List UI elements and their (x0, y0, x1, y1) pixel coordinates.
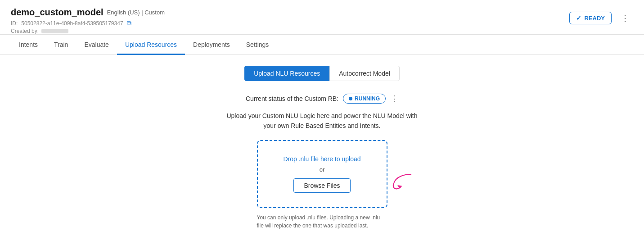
status-text: RUNNING (355, 95, 380, 102)
id-value: 50502822-a11e-409b-8af4-539505179347 (21, 20, 123, 27)
ready-label: READY (584, 15, 605, 22)
created-by-placeholder (41, 29, 68, 33)
status-more-button[interactable]: ⋮ (390, 94, 398, 104)
drop-or-text: or (320, 166, 325, 173)
sub-tab-autocorrect[interactable]: Autocorrect Model (329, 66, 400, 81)
file-note: You can only upload .nlu files. Uploadin… (257, 213, 387, 230)
drop-text: Drop .nlu file here to upload (284, 155, 361, 163)
status-badge: RUNNING (343, 94, 386, 104)
sub-tabs: Upload NLU ResourcesAutocorrect Model (244, 66, 400, 81)
drop-zone[interactable]: Drop .nlu file here to upload or Browse … (257, 140, 387, 208)
browse-files-button[interactable]: Browse Files (293, 178, 350, 193)
status-label: Current status of the Custom RB: (246, 95, 338, 102)
model-meta: English (US) | Custom (107, 9, 165, 16)
model-name: demo_custom_model (11, 7, 104, 18)
arrow-hint-icon (390, 170, 417, 192)
status-row: Current status of the Custom RB: RUNNING… (246, 94, 398, 104)
tab-upload-resources[interactable]: Upload Resources (117, 35, 185, 55)
description: Upload your Custom NLU Logic here and po… (226, 111, 417, 131)
copy-id-icon[interactable]: ⧉ (127, 19, 131, 27)
description-line2: your own Rule Based Entities and Intents… (264, 122, 381, 129)
description-line1: Upload your Custom NLU Logic here and po… (226, 112, 417, 119)
tab-evaluate[interactable]: Evaluate (76, 35, 117, 55)
tab-settings[interactable]: Settings (238, 35, 277, 55)
main-content: Upload NLU ResourcesAutocorrect Model Cu… (0, 55, 644, 236)
tab-train[interactable]: Train (46, 35, 76, 55)
main-nav: IntentsTrainEvaluateUpload ResourcesDepl… (0, 35, 644, 55)
check-icon: ✓ (576, 14, 581, 22)
ready-badge[interactable]: ✓ READY (569, 12, 612, 24)
created-label: Created by: (11, 28, 39, 34)
tab-intents[interactable]: Intents (11, 35, 46, 55)
tab-deployments[interactable]: Deployments (185, 35, 238, 55)
sub-tab-upload-nlu[interactable]: Upload NLU Resources (244, 66, 329, 81)
more-options-button[interactable]: ⋮ (617, 11, 633, 25)
id-label: ID: (11, 20, 18, 27)
status-dot-icon (349, 97, 352, 100)
